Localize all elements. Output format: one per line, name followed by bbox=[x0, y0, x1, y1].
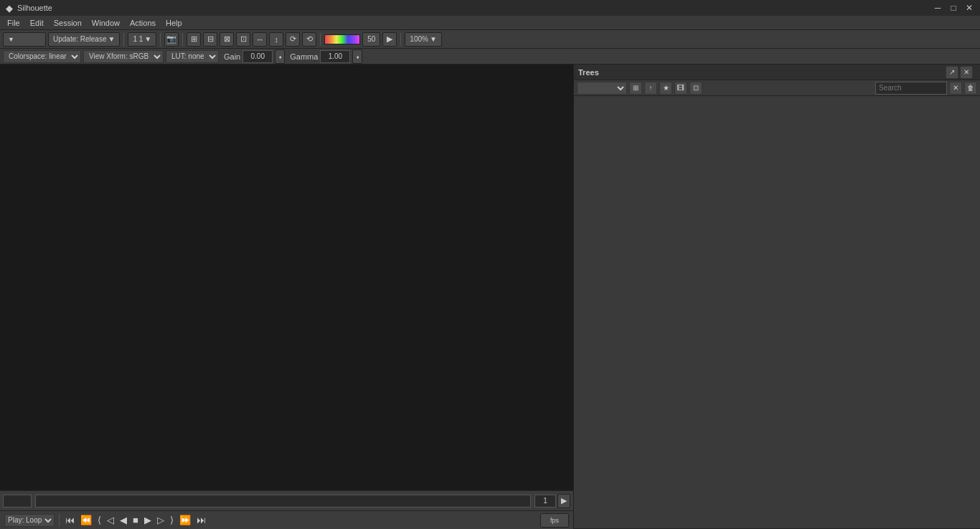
camera-button[interactable]: 📷 bbox=[164, 32, 179, 47]
color-bar bbox=[324, 34, 360, 44]
fps-display: fps bbox=[540, 513, 569, 528]
colorspace-select[interactable]: Colorspace: linear bbox=[3, 50, 81, 63]
main-area: ▶ Play: Loop ⏮ ⏪ ⟨ ◁ ◀ ■ ▶ ▷ ⟩ ⏩ ⏭ fps bbox=[0, 65, 980, 529]
frame-end-btn[interactable]: ⏭ bbox=[195, 515, 207, 525]
color-value-label: 50 bbox=[367, 35, 375, 43]
viewer-panel: ▶ Play: Loop ⏮ ⏪ ⟨ ◁ ◀ ■ ▶ ▷ ⟩ ⏩ ⏭ fps bbox=[0, 65, 574, 529]
titlebar: ◆ Silhouette ─ □ ✕ bbox=[0, 0, 980, 16]
frame-prev-btn[interactable]: ⟨ bbox=[96, 515, 103, 525]
frame-next1-btn[interactable]: ▷ bbox=[156, 515, 166, 525]
trees-close-btn[interactable]: ✕ bbox=[960, 66, 973, 79]
tool3-button[interactable]: ⊠ bbox=[220, 32, 234, 47]
gamma-label: Gamma bbox=[290, 52, 318, 61]
minimize-button[interactable]: ─ bbox=[933, 3, 943, 13]
frame-prev1-btn[interactable]: ◁ bbox=[105, 515, 116, 525]
stop-btn[interactable]: ■ bbox=[131, 515, 140, 525]
trees-search-clear[interactable]: ✕ bbox=[949, 82, 962, 95]
tool5-button[interactable]: ↔ bbox=[253, 32, 267, 47]
separator-3 bbox=[182, 33, 183, 46]
close-button[interactable]: ✕ bbox=[964, 3, 974, 13]
color-expand[interactable]: ▶ bbox=[382, 32, 397, 47]
viewxform-select[interactable]: View Xform: sRGB bbox=[83, 50, 164, 63]
view-toolbar: Colorspace: linear View Xform: sRGB LUT:… bbox=[0, 49, 980, 65]
fps-label: fps bbox=[550, 517, 559, 524]
menu-file[interactable]: File bbox=[3, 17, 24, 29]
gain-arrows[interactable]: ⬧ bbox=[275, 49, 285, 64]
gain-input[interactable] bbox=[242, 50, 273, 63]
maximize-button[interactable]: □ bbox=[948, 3, 958, 13]
update-dropdown-icon: ▼ bbox=[108, 35, 116, 43]
play-fwd-btn[interactable]: ▶ bbox=[143, 515, 153, 525]
canvas[interactable] bbox=[0, 65, 573, 490]
menu-edit[interactable]: Edit bbox=[26, 17, 48, 29]
separator-5 bbox=[400, 33, 401, 46]
right-panels: Trees ↗ ✕ ⊞ ↑ ★ 🎞 ⊡ ✕ bbox=[574, 65, 980, 529]
trees-search-btn[interactable]: 🗑 bbox=[964, 82, 977, 95]
main-toolbar: ▼ Update: Release ▼ 1 1 ▼ 📷 ⊞ ⊟ ⊠ ⊡ ↔ ↕ … bbox=[0, 30, 980, 49]
trees-canvas bbox=[574, 96, 980, 528]
app-title-text: Silhouette bbox=[17, 4, 52, 12]
trees-btn3[interactable]: ★ bbox=[659, 82, 672, 95]
menu-session[interactable]: Session bbox=[50, 17, 86, 29]
gamma-input[interactable] bbox=[320, 50, 350, 63]
timeline-bar: ▶ bbox=[0, 490, 573, 510]
gain-label: Gain bbox=[224, 52, 240, 61]
window-controls: ─ □ ✕ bbox=[933, 3, 974, 13]
viewer-mode-button[interactable]: ▼ bbox=[3, 32, 46, 47]
trees-expand-btn[interactable]: ↗ bbox=[946, 66, 958, 79]
separator-4 bbox=[320, 33, 321, 46]
separator-1 bbox=[123, 33, 124, 46]
trees-btn4[interactable]: 🎞 bbox=[674, 82, 687, 95]
trees-panel: Trees ↗ ✕ ⊞ ↑ ★ 🎞 ⊡ ✕ bbox=[574, 65, 980, 529]
frame-dropdown: ▼ bbox=[144, 35, 151, 43]
trees-btn2[interactable]: ↑ bbox=[644, 82, 657, 95]
menu-actions[interactable]: Actions bbox=[126, 17, 160, 29]
zoom-select[interactable]: 100% ▼ bbox=[405, 32, 441, 47]
play-mode-select[interactable]: Play: Loop bbox=[4, 514, 55, 527]
app-icon: ◆ bbox=[6, 3, 13, 14]
play-rev-btn[interactable]: ◀ bbox=[118, 515, 128, 525]
app-title: ◆ Silhouette bbox=[6, 3, 52, 14]
zoom-dropdown: ▼ bbox=[430, 35, 437, 43]
tool2-button[interactable]: ⊟ bbox=[203, 32, 217, 47]
gamma-arrows[interactable]: ⬧ bbox=[352, 49, 362, 64]
viewer-mode-label: ▼ bbox=[8, 36, 14, 43]
tool8-button[interactable]: ⟲ bbox=[302, 32, 316, 47]
tool4-button[interactable]: ⊡ bbox=[236, 32, 250, 47]
trees-btn1[interactable]: ⊞ bbox=[629, 82, 642, 95]
current-frame[interactable] bbox=[534, 495, 556, 507]
playback-bar: Play: Loop ⏮ ⏪ ⟨ ◁ ◀ ■ ▶ ▷ ⟩ ⏩ ⏭ fps bbox=[0, 510, 573, 529]
frame-start-btn[interactable]: ⏮ bbox=[64, 515, 76, 525]
trees-header: Trees ↗ ✕ bbox=[574, 65, 980, 80]
tool7-button[interactable]: ⟳ bbox=[286, 32, 300, 47]
trees-toolbar: ⊞ ↑ ★ 🎞 ⊡ ✕ 🗑 bbox=[574, 80, 980, 96]
menu-window[interactable]: Window bbox=[88, 17, 124, 29]
frame-prev10-btn[interactable]: ⏪ bbox=[79, 515, 93, 525]
update-button[interactable]: Update: Release ▼ bbox=[48, 32, 120, 47]
tool1-button[interactable]: ⊞ bbox=[187, 32, 201, 47]
timeline-start[interactable] bbox=[3, 495, 32, 507]
menu-help[interactable]: Help bbox=[161, 17, 187, 29]
frame-next-btn[interactable]: ⟩ bbox=[169, 515, 175, 525]
trees-title: Trees bbox=[578, 68, 599, 77]
menubar: File Edit Session Window Actions Help bbox=[0, 16, 980, 30]
separator-pb1 bbox=[59, 514, 60, 527]
frame-nav-btn[interactable]: ▶ bbox=[557, 494, 570, 508]
color-value[interactable]: 50 bbox=[362, 32, 380, 47]
separator-2 bbox=[160, 33, 161, 46]
trees-search-row: ↗ ✕ bbox=[943, 66, 976, 79]
update-label: Update: Release bbox=[53, 35, 107, 43]
trees-view-select[interactable] bbox=[577, 82, 627, 95]
trees-btn5[interactable]: ⊡ bbox=[689, 82, 702, 95]
scrubber[interactable] bbox=[35, 495, 531, 507]
zoom-label: 100% bbox=[410, 35, 428, 43]
lut-select[interactable]: LUT: none bbox=[166, 50, 219, 63]
tool6-button[interactable]: ↕ bbox=[269, 32, 283, 47]
frame-label: 1 1 bbox=[133, 35, 143, 43]
frame-next10-btn[interactable]: ⏩ bbox=[178, 515, 192, 525]
frame-select[interactable]: 1 1 ▼ bbox=[128, 32, 156, 47]
trees-search-input[interactable] bbox=[875, 82, 947, 95]
